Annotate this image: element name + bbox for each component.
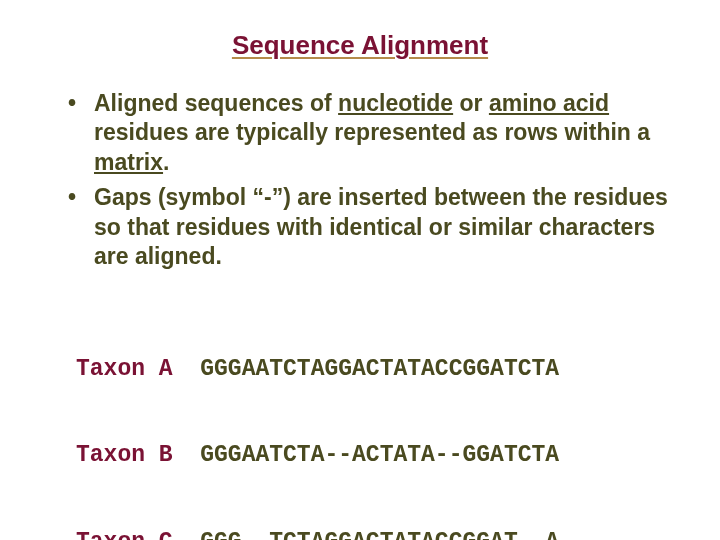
taxon-label: Taxon B — [76, 442, 173, 468]
bullet-text: . — [163, 149, 169, 175]
alignment-row: Taxon C GGG--TCTAGGACTATACCGGAT--A — [76, 528, 680, 540]
bullet-item: Aligned sequences of nucleotide or amino… — [76, 89, 680, 177]
bullet-text: residues are typically represented as ro… — [94, 119, 650, 145]
sequence: GGG--TCTAGGACTATACCGGAT--A — [200, 529, 559, 540]
sequence — [173, 442, 201, 468]
slide-title: Sequence Alignment — [40, 30, 680, 61]
slide: Sequence Alignment Aligned sequences of … — [0, 0, 720, 540]
sequence: GGGAATCTAGGACTATACCGGATCTA — [200, 356, 559, 382]
link-matrix: matrix — [94, 149, 163, 175]
alignment-block: Taxon A GGGAATCTAGGACTATACCGGATCTA Taxon… — [76, 298, 680, 540]
sequence — [173, 529, 201, 540]
sequence — [173, 356, 201, 382]
alignment-row: Taxon A GGGAATCTAGGACTATACCGGATCTA — [76, 355, 680, 384]
alignment-row: Taxon B GGGAATCTA--ACTATA--GGATCTA — [76, 441, 680, 470]
bullet-text: or — [453, 90, 489, 116]
link-nucleotide: nucleotide — [338, 90, 453, 116]
bullet-text: Gaps (symbol “-”) are inserted between t… — [94, 184, 668, 269]
taxon-label: Taxon A — [76, 356, 173, 382]
sequence: GGGAATCTA--ACTATA--GGATCTA — [200, 442, 559, 468]
bullet-text: Aligned sequences of — [94, 90, 338, 116]
bullet-list: Aligned sequences of nucleotide or amino… — [40, 89, 680, 272]
bullet-item: Gaps (symbol “-”) are inserted between t… — [76, 183, 680, 271]
taxon-label: Taxon C — [76, 529, 173, 540]
link-amino-acid: amino acid — [489, 90, 609, 116]
